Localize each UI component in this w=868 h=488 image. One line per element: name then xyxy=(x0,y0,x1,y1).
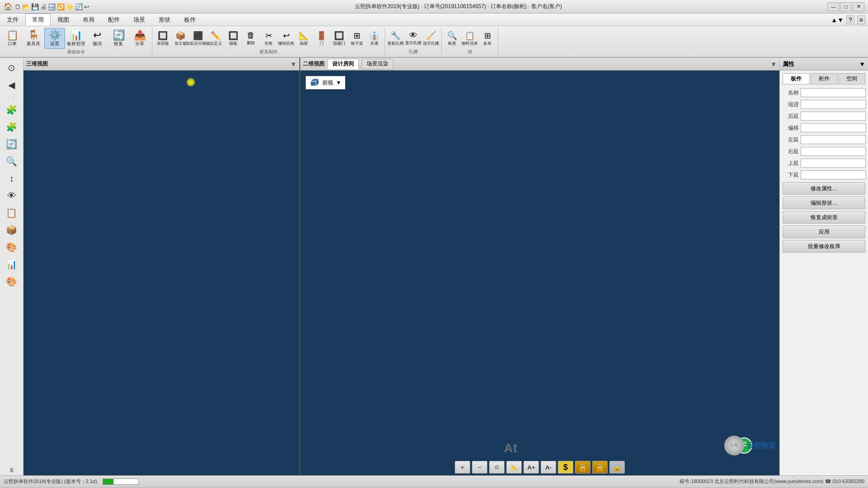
menu-layout[interactable]: 布局 xyxy=(76,14,101,26)
side-color-button[interactable]: 🎨 xyxy=(2,239,22,255)
param-input-offset[interactable] xyxy=(801,123,866,132)
param-input-back-extend[interactable] xyxy=(801,112,866,121)
side-3d-button[interactable]: 📦 xyxy=(2,222,22,238)
viewport-3d-dropdown[interactable]: ▼ xyxy=(290,61,297,68)
side-zoom-button[interactable]: 🔍 xyxy=(2,153,22,169)
toolbar-custom-button[interactable]: ✏️ 自定义 xyxy=(207,28,224,49)
toolbar-board-mgmt-button[interactable]: 📊 板材管理 xyxy=(66,28,86,49)
side-move-button[interactable]: ↕ xyxy=(2,170,22,187)
toolbar-redo-button[interactable]: 🔄 恢复 xyxy=(108,28,129,49)
text-larger-button[interactable]: A+ xyxy=(524,461,539,474)
toolbar-add-layer-button[interactable]: 🔲 加层板 xyxy=(154,28,171,49)
settings-icon[interactable]: ≡ xyxy=(857,15,865,24)
svg-rect-0 xyxy=(311,81,316,86)
toolbar-drawer-button[interactable]: 📐 抽屉 xyxy=(295,28,312,49)
param-input-left-extend[interactable] xyxy=(801,135,866,144)
toolbar-cut-corner-button[interactable]: ✂ 切角 xyxy=(260,28,277,49)
param-input-name[interactable] xyxy=(801,88,866,97)
toolbar-multi-order-button[interactable]: ⊞ 多单 xyxy=(479,28,496,49)
toolbar-update-holes-button[interactable]: 🔧 更新孔槽 xyxy=(387,28,404,49)
tab-design-room[interactable]: 设计房间 xyxy=(327,59,359,69)
toolbar-undo-cut-button[interactable]: ↩ 撤销切角 xyxy=(278,28,295,49)
viewport-2d-dropdown[interactable]: ▼ xyxy=(770,61,777,68)
toolbar-clothes-rod-button[interactable]: 👔 衣通 xyxy=(366,28,383,49)
param-tab-board[interactable]: 板件 xyxy=(783,73,810,84)
toolbar-settings-button[interactable]: ⚙️ 设置 xyxy=(44,28,65,49)
apply-button[interactable]: 应用 xyxy=(783,225,865,238)
param-input-bottom-extend[interactable] xyxy=(801,170,866,179)
toolbar-check-button[interactable]: 🔍 检查 xyxy=(443,28,461,49)
menu-panel[interactable]: 板件 xyxy=(177,14,203,26)
param-tab-space[interactable]: 空间 xyxy=(838,73,865,84)
toolbar-hidden-door-button[interactable]: 🔲 隐藏门 xyxy=(330,28,348,49)
menu-accessories[interactable]: 配件 xyxy=(101,14,127,26)
menu-scene[interactable]: 场景 xyxy=(127,14,152,26)
param-input-indent[interactable] xyxy=(801,100,866,109)
close-button[interactable]: ✕ xyxy=(853,2,864,11)
side-back-button[interactable]: ◀ xyxy=(2,77,22,93)
modify-attr-button[interactable]: 修改属性... xyxy=(783,182,865,195)
text-smaller-button[interactable]: A- xyxy=(541,461,556,474)
viewport-2d-canvas[interactable]: 前视 ▼ F At 云熙 云熙智造 xyxy=(300,70,779,459)
open-icon[interactable]: 📂 xyxy=(22,3,30,10)
window-controls[interactable]: — □ ✕ xyxy=(827,2,864,11)
param-input-top-extend[interactable] xyxy=(801,159,866,168)
side-list-button[interactable]: 📋 xyxy=(2,205,22,221)
toolbar-furniture-lib-button[interactable]: 🪑 家具库 xyxy=(23,28,44,49)
toolbar-add-divider-button[interactable]: ⬛ 加前后分隔板 xyxy=(189,28,207,49)
lock3-button[interactable]: 🔓 xyxy=(609,461,625,474)
toolbar-delete-button[interactable]: 🗑 删除 xyxy=(242,28,259,49)
param-tab-cabinet[interactable]: 柜件 xyxy=(811,73,838,84)
currency-button[interactable]: $ xyxy=(558,461,573,474)
minimize-button[interactable]: — xyxy=(827,2,839,11)
toolbar-bom-button[interactable]: 📋 物料清单 xyxy=(461,28,478,49)
side-up-button[interactable]: ⊙ xyxy=(2,60,22,76)
help-expand-icon[interactable]: ▲▼ xyxy=(831,16,844,23)
restore-rect-button[interactable]: 恢复成矩形 xyxy=(783,211,865,224)
tab-scene-render[interactable]: 场景渲染 xyxy=(362,59,393,69)
maximize-button[interactable]: □ xyxy=(840,2,852,11)
menu-file[interactable]: 文件 xyxy=(0,14,25,26)
side-chart-button[interactable]: 📊 xyxy=(2,256,22,272)
menu-shape[interactable]: 形状 xyxy=(152,14,177,26)
view-dropdown-arrow[interactable]: ▼ xyxy=(336,80,341,86)
view-selector[interactable]: 前视 ▼ xyxy=(306,76,345,89)
toolbar-aux-board-button[interactable]: 🔲 辅板 xyxy=(225,28,242,49)
zoom-in-button[interactable]: ＋ xyxy=(455,461,470,474)
undo-icon[interactable]: ↩ xyxy=(84,3,90,10)
view-icon: 👁 xyxy=(7,191,16,201)
refresh-icon[interactable]: 🔄 xyxy=(75,3,83,10)
toolbar-share-button[interactable]: 📤 分享 xyxy=(129,28,150,49)
side-view-button[interactable]: 👁 xyxy=(2,188,22,204)
question-icon[interactable]: ? xyxy=(846,15,854,24)
toolbar-grid-shelf-button[interactable]: ⊞ 格子架 xyxy=(348,28,365,49)
side-rotate-button[interactable]: 🔄 xyxy=(2,136,22,152)
viewport-3d-canvas[interactable] xyxy=(24,70,299,475)
back-icon[interactable]: 🔙 xyxy=(48,3,56,10)
zoom-out-button[interactable]: － xyxy=(472,461,487,474)
measure-button[interactable]: 📐 xyxy=(506,461,522,474)
toolbar-show-holes-button[interactable]: 👁 显示孔槽 xyxy=(405,28,422,49)
side-puzzle2-button[interactable]: 🧩 xyxy=(2,119,22,135)
print-icon[interactable]: 🖨 xyxy=(40,3,47,10)
lock1-button[interactable]: 🔒 xyxy=(575,461,590,474)
menu-common[interactable]: 常用 xyxy=(25,14,51,26)
drag-handle: ⋮⋮ xyxy=(6,94,18,101)
side-palette-button[interactable]: 🎨 xyxy=(2,273,22,290)
menu-view[interactable]: 视图 xyxy=(51,14,76,26)
toolbar-door-button[interactable]: 🚪 门 xyxy=(313,28,330,49)
param-input-right-extend[interactable] xyxy=(801,147,866,156)
lock2-button[interactable]: 🔒 xyxy=(592,461,608,474)
side-puzzle1-button[interactable]: 🧩 xyxy=(2,102,22,118)
toolbar-undo-button[interactable]: ↩ 撤消 xyxy=(87,28,108,49)
new-icon[interactable]: 🗋 xyxy=(14,3,21,10)
right-panel-dropdown[interactable]: ▼ xyxy=(859,61,865,68)
forward-icon[interactable]: 🔁 xyxy=(57,3,65,10)
toolbar-order-button[interactable]: 📋 订单 xyxy=(2,28,23,49)
fav-icon[interactable]: ⭐ xyxy=(66,3,74,10)
save-icon[interactable]: 💾 xyxy=(31,3,39,10)
batch-modify-thickness-button[interactable]: 批量修改板厚 xyxy=(783,240,865,253)
toolbar-clear-holes-button[interactable]: 🧹 清空孔槽 xyxy=(422,28,439,49)
fit-view-button[interactable]: ⊙ xyxy=(489,461,505,474)
edit-shape-button[interactable]: 编辑形状... xyxy=(783,197,865,209)
